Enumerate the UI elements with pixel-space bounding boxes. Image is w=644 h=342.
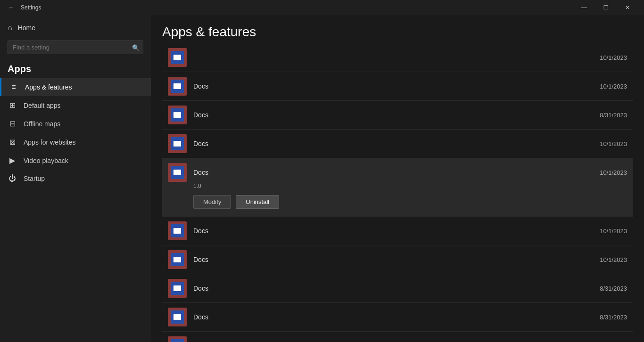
- sidebar-item-offline-maps[interactable]: ⊟ Offline maps: [0, 114, 151, 133]
- app-icon: [168, 250, 187, 269]
- sidebar-item-startup[interactable]: ⏻ Startup: [0, 170, 151, 187]
- sidebar-item-video-playback[interactable]: ▶ Video playback: [0, 151, 151, 170]
- video-playback-icon: ▶: [8, 156, 17, 165]
- app-item-top: Docs 10/1/2023: [168, 163, 627, 182]
- app-icon-inner: [171, 137, 184, 150]
- app-icon: [168, 221, 187, 240]
- app-icon-inner: [171, 339, 184, 342]
- app-item-top: Docs 10/1/2023: [168, 221, 627, 240]
- list-item[interactable]: Docs 8/31/2023: [162, 274, 633, 303]
- app-item-top: Docs 10/1/2023: [168, 336, 627, 342]
- app-date: 10/1/2023: [600, 256, 627, 263]
- app-item-top: Docs 10/1/2023: [168, 77, 627, 96]
- app-date: 8/31/2023: [600, 112, 627, 119]
- modify-button[interactable]: Modify: [193, 195, 231, 209]
- app-item-top: Docs 10/1/2023: [168, 134, 627, 153]
- sidebar-item-default-apps[interactable]: ⊞ Default apps: [0, 96, 151, 114]
- list-item[interactable]: Docs 10/1/2023: [162, 332, 633, 342]
- app-info: Docs: [193, 82, 600, 90]
- app-info: Docs: [193, 140, 600, 147]
- app-item-top: Docs 8/31/2023: [168, 106, 627, 124]
- restore-button[interactable]: ❐: [595, 0, 617, 15]
- app-item-top: Docs 8/31/2023: [168, 279, 627, 298]
- app-body: ⌂ Home 🔍 Apps ≡ Apps & features ⊞ Defaul…: [0, 15, 644, 342]
- page-title: Apps & features: [151, 15, 644, 43]
- sidebar-item-label: Video playback: [24, 157, 68, 164]
- app-date: 10/1/2023: [600, 228, 627, 235]
- home-label: Home: [18, 24, 35, 32]
- app-name: Docs: [193, 256, 600, 263]
- apps-for-websites-icon: ⊠: [8, 138, 17, 147]
- app-name: Docs: [193, 313, 600, 321]
- app-icon-inner: [171, 282, 184, 295]
- minimize-button[interactable]: —: [573, 0, 595, 15]
- sidebar-item-label: Apps for websites: [24, 138, 76, 146]
- app-icon: [168, 308, 187, 326]
- app-item-top: Docs 8/31/2023: [168, 308, 627, 326]
- app-icon-inner: [171, 108, 184, 122]
- search-input[interactable]: [8, 41, 143, 54]
- app-icon: [168, 77, 187, 96]
- list-item[interactable]: 10/1/2023: [162, 43, 633, 72]
- app-version: 1.0: [168, 183, 201, 189]
- list-item[interactable]: Docs 8/31/2023: [162, 303, 633, 332]
- app-icon-inner: [171, 51, 184, 64]
- app-date: 8/31/2023: [600, 285, 627, 292]
- app-name: Docs: [193, 82, 600, 90]
- apps-features-icon: ≡: [9, 83, 18, 91]
- app-info: Docs: [193, 111, 600, 119]
- home-icon: ⌂: [8, 24, 12, 32]
- app-info: Docs: [193, 256, 600, 263]
- app-action-buttons: Modify Uninstall: [168, 195, 279, 209]
- search-container: 🔍: [8, 41, 143, 54]
- app-icon-inner: [171, 80, 184, 93]
- app-name: Docs: [193, 285, 600, 292]
- sidebar-item-label: Startup: [24, 175, 45, 182]
- app-icon: [168, 336, 187, 342]
- sidebar-section-label: Apps: [0, 58, 151, 78]
- window-controls: — ❐ ✕: [573, 0, 638, 15]
- uninstall-button[interactable]: Uninstall: [236, 195, 279, 209]
- app-icon: [168, 279, 187, 298]
- app-date: 10/1/2023: [600, 54, 627, 61]
- startup-icon: ⏻: [8, 174, 17, 183]
- app-icon-inner: [171, 310, 184, 324]
- list-item[interactable]: Docs 10/1/2023: [162, 245, 633, 274]
- app-title: Settings: [21, 4, 573, 11]
- list-item-expanded[interactable]: Docs 10/1/2023 1.0 Modify Uninstall: [162, 158, 633, 217]
- offline-maps-icon: ⊟: [8, 119, 17, 128]
- app-item-top: Docs 10/1/2023: [168, 250, 627, 269]
- sidebar-item-label: Default apps: [24, 102, 61, 109]
- app-icon-inner: [171, 253, 184, 266]
- default-apps-icon: ⊞: [8, 101, 17, 110]
- app-icon-inner: [171, 166, 184, 179]
- app-name: Docs: [193, 111, 600, 119]
- app-date: 10/1/2023: [600, 169, 627, 176]
- list-item[interactable]: Docs 10/1/2023: [162, 217, 633, 245]
- list-item[interactable]: Docs 10/1/2023: [162, 72, 633, 101]
- app-date: 8/31/2023: [600, 314, 627, 321]
- sidebar-item-apps-features[interactable]: ≡ Apps & features: [0, 78, 151, 96]
- app-icon: [168, 48, 187, 67]
- close-button[interactable]: ✕: [617, 0, 638, 15]
- search-icon: 🔍: [132, 44, 140, 51]
- list-item[interactable]: Docs 10/1/2023: [162, 130, 633, 158]
- app-info: Docs: [193, 285, 600, 292]
- sidebar-item-apps-for-websites[interactable]: ⊠ Apps for websites: [0, 133, 151, 151]
- app-icon: [168, 106, 187, 124]
- titlebar: ← Settings — ❐ ✕: [0, 0, 644, 15]
- app-icon: [168, 134, 187, 153]
- back-button[interactable]: ←: [6, 2, 17, 13]
- app-icon: [168, 163, 187, 182]
- sidebar-home[interactable]: ⌂ Home: [0, 19, 151, 37]
- list-item[interactable]: Docs 8/31/2023: [162, 101, 633, 130]
- app-info: Docs: [193, 169, 600, 176]
- app-item-top: 10/1/2023: [168, 48, 627, 67]
- sidebar: ⌂ Home 🔍 Apps ≡ Apps & features ⊞ Defaul…: [0, 15, 151, 342]
- sidebar-item-label: Apps & features: [25, 83, 72, 91]
- app-info: Docs: [193, 313, 600, 321]
- app-date: 10/1/2023: [600, 140, 627, 147]
- app-name: Docs: [193, 227, 600, 235]
- apps-list: 10/1/2023 Docs 10/1/2023: [151, 43, 644, 342]
- main-content: Apps & features 10/1/2023: [151, 15, 644, 342]
